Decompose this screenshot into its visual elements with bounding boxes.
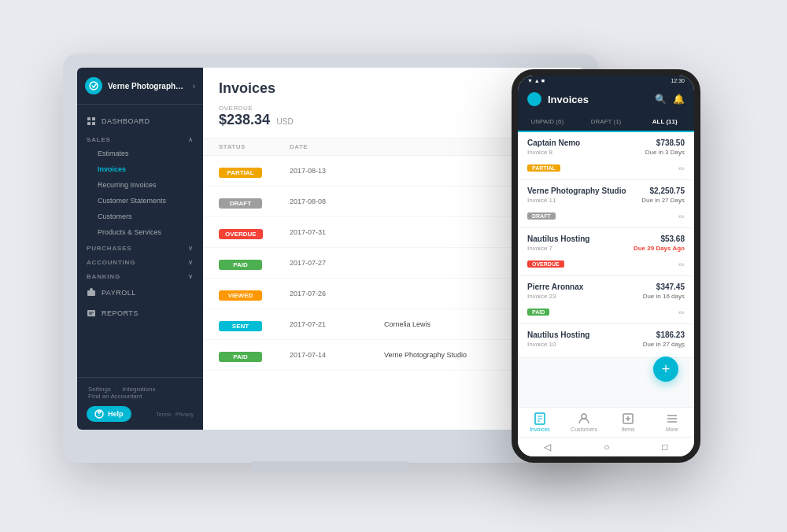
row-status: PAID — [219, 348, 290, 362]
phone: ▼ ▲ ■ 12:30 Invoices 🔍 🔔 UNPAID (6) — [512, 69, 700, 463]
svg-rect-2 — [92, 117, 95, 120]
invoice-due: Due in 3 Days — [645, 149, 685, 156]
invoice-edit-icon[interactable]: ✏ — [678, 212, 685, 221]
invoice-number: Invoice 8 — [527, 149, 552, 156]
col-date: DATE — [290, 143, 384, 150]
integrations-link[interactable]: Integrations — [123, 386, 156, 393]
android-recent[interactable]: □ — [662, 441, 667, 453]
phone-status-bar: ▼ ▲ ■ 12:30 — [518, 76, 694, 86]
row-status: PAID — [219, 256, 290, 270]
phone-nav-more[interactable]: More — [650, 412, 694, 432]
phone-signal: ▼ ▲ ■ — [527, 78, 545, 83]
phone-nav-customers[interactable]: Customers — [562, 412, 606, 432]
phone-invoice-row[interactable]: Pierre Aronnax $347.45 Invoice 23 Due in… — [518, 276, 694, 324]
phone-invoice-row[interactable]: Nautilus Hosting $186.23 Invoice 10 Due … — [518, 324, 694, 358]
svg-rect-6 — [87, 310, 95, 316]
help-button[interactable]: Help — [87, 406, 131, 422]
sidebar-item-customers[interactable]: Customers — [77, 209, 203, 224]
phone-android-nav: ◁ ○ □ — [518, 437, 694, 456]
row-status: PARTIAL — [219, 164, 290, 178]
invoice-edit-icon[interactable]: ✏ — [678, 342, 685, 351]
fab-add-button[interactable]: + — [653, 357, 678, 382]
sidebar-item-products[interactable]: Products & Services — [77, 224, 203, 240]
invoice-badge: DRAFT — [527, 212, 556, 220]
sidebar-item-dashboard[interactable]: Dashboard — [77, 111, 203, 131]
terms-link[interactable]: Terms · Privacy — [156, 412, 194, 417]
row-date: 2017-08-13 — [290, 167, 384, 175]
app-logo-icon — [85, 77, 102, 94]
phone-invoice-row[interactable]: Captain Nemo $738.50 Invoice 8 Due in 3 … — [518, 132, 694, 180]
invoice-badge: PAID — [527, 308, 549, 316]
invoice-customer-name: Nautilus Hosting — [527, 235, 589, 243]
invoice-number: Invoice 7 — [527, 245, 552, 252]
overdue-currency: USD — [277, 117, 294, 126]
phone-app-logo — [527, 92, 541, 106]
invoice-customer-name: Pierre Aronnax — [527, 283, 583, 291]
invoice-amount: $53.68 — [660, 235, 685, 243]
android-back[interactable]: ◁ — [544, 441, 551, 453]
invoice-due: Due in 27 Days — [641, 197, 685, 204]
phone-search-icon[interactable]: 🔍 — [655, 94, 667, 105]
invoice-edit-icon[interactable]: ✏ — [678, 164, 685, 173]
row-date: 2017-07-26 — [290, 290, 384, 297]
svg-rect-3 — [87, 122, 91, 125]
company-name: Verne Photograph… — [108, 82, 193, 91]
accountant-link[interactable]: Find an Accountant — [88, 393, 142, 400]
row-date: 2017-07-14 — [290, 351, 384, 359]
sidebar-item-estimates[interactable]: Estimates — [77, 146, 203, 161]
invoice-due: Due in 16 days — [643, 293, 685, 300]
invoice-badge: OVERDUE — [527, 260, 564, 268]
overdue-amount: $238.34 — [219, 112, 270, 127]
sidebar-item-statements[interactable]: Customer Statements — [77, 193, 203, 209]
sidebar-item-invoices[interactable]: Invoices — [77, 161, 203, 177]
invoice-number: Invoice 10 — [527, 341, 556, 348]
tab-all[interactable]: ALL (11) — [635, 113, 694, 131]
sidebar-item-reports[interactable]: Reports — [77, 303, 203, 323]
scene: Verne Photograph… › Dashboard Sales ∧ Es… — [39, 38, 748, 494]
phone-time: 12:30 — [671, 78, 685, 83]
row-date: 2017-07-27 — [290, 259, 384, 267]
invoice-amount: $347.45 — [656, 283, 685, 291]
row-date: 2017-08-08 — [290, 198, 384, 205]
svg-rect-1 — [87, 117, 91, 120]
purchases-section: Purchases ∨ — [77, 240, 203, 254]
sales-section: Sales ∧ — [77, 131, 203, 146]
phone-invoice-row[interactable]: Verne Photography Studio $2,250.75 Invoi… — [518, 180, 694, 228]
invoice-customer-name: Verne Photography Studio — [527, 187, 626, 195]
invoice-badge: PARTIAL — [527, 164, 560, 172]
invoice-due: Due 29 Days Ago — [634, 245, 685, 252]
phone-nav-items[interactable]: Items — [606, 412, 650, 432]
logo-expand-icon[interactable]: › — [193, 82, 195, 91]
phone-container: ▼ ▲ ■ 12:30 Invoices 🔍 🔔 UNPAID (6) — [518, 76, 694, 456]
invoice-amount: $2,250.75 — [650, 187, 685, 195]
phone-app-title: Invoices — [548, 94, 589, 105]
phone-nav-invoices[interactable]: Invoices — [518, 412, 562, 432]
sidebar: Verne Photograph… › Dashboard Sales ∧ Es… — [77, 68, 203, 430]
tab-unpaid[interactable]: UNPAID (6) — [518, 113, 577, 131]
row-status: OVERDUE — [219, 225, 290, 239]
laptop-screen: Verne Photograph… › Dashboard Sales ∧ Es… — [77, 68, 584, 430]
dashboard-label: Dashboard — [102, 117, 150, 125]
invoice-customer-name: Captain Nemo — [527, 139, 580, 147]
svg-point-0 — [90, 82, 98, 90]
sidebar-item-payroll[interactable]: Payroll — [77, 283, 203, 303]
settings-link[interactable]: Settings — [88, 386, 111, 393]
row-date: 2017-07-21 — [290, 320, 384, 328]
sidebar-item-recurring[interactable]: Recurring Invoices — [77, 177, 203, 193]
sidebar-nav: Dashboard Sales ∧ Estimates Invoices Rec… — [77, 105, 203, 377]
row-status: VIEWED — [219, 286, 290, 301]
laptop-base — [252, 461, 409, 472]
android-home[interactable]: ○ — [604, 441, 609, 453]
invoice-number: Invoice 11 — [527, 197, 556, 204]
invoice-number: Invoice 23 — [527, 293, 556, 300]
invoice-edit-icon[interactable]: ✏ — [678, 308, 685, 317]
footer-links: Settings · Integrations Find an Accounta… — [87, 386, 194, 400]
phone-notification-icon[interactable]: 🔔 — [673, 94, 685, 105]
sidebar-logo[interactable]: Verne Photograph… › — [77, 68, 203, 105]
tab-draft[interactable]: DRAFT (1) — [577, 113, 636, 131]
col-status: STATUS — [219, 143, 290, 150]
row-name: Cornelia Lewis — [384, 320, 490, 328]
invoice-customer-name: Nautilus Hosting — [527, 331, 589, 339]
phone-invoice-row[interactable]: Nautilus Hosting $53.68 Invoice 7 Due 29… — [518, 228, 694, 276]
invoice-edit-icon[interactable]: ✏ — [678, 260, 685, 269]
